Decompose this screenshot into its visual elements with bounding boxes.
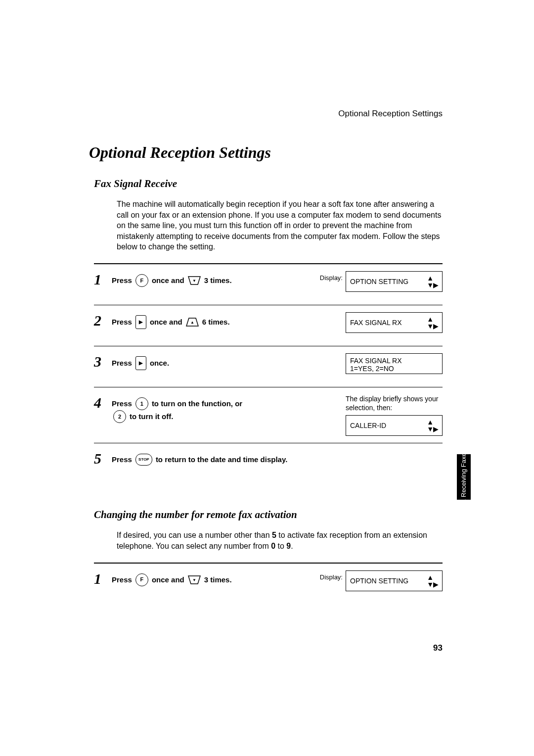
lcd-display: OPTION SETTING ▲▼▶ (346, 570, 443, 591)
chapter-tab: 5. Receiving Faxes (457, 454, 471, 500)
section-heading-remote-activation: Changing the number for remote fax activ… (94, 509, 443, 521)
lcd-display: CALLER-ID ▲▼▶ (346, 415, 443, 436)
step-text: Press (112, 573, 132, 586)
step-text: 3 times. (204, 573, 232, 586)
step-number: 2 (94, 312, 112, 328)
nav-arrows-icon: ▲▼▶ (427, 316, 438, 330)
steps-section-1: 1 Press F once and ▼ 3 times. Display: (94, 263, 443, 484)
up-key-icon: ▲ (186, 318, 199, 327)
section-heading-fax-signal: Fax Signal Receive (94, 178, 443, 190)
lcd-text: CALLER-ID (350, 422, 386, 429)
step-row: 4 Press 1 to turn on the function, or 2 … (94, 387, 443, 443)
svg-text:▲: ▲ (190, 320, 194, 325)
page-title: Optional Reception Settings (89, 143, 443, 162)
down-key-icon: ▼ (188, 575, 201, 584)
nav-arrows-icon: ▲▼▶ (427, 275, 438, 288)
down-key-icon: ▼ (188, 276, 201, 285)
lcd-display: FAX SIGNAL RX 1=YES, 2=NO (346, 353, 443, 374)
step-row: 5 Press STOP to return to the date and t… (94, 443, 443, 484)
step-row: 2 Press ▶ once and ▲ 6 times. FAX SIGNAL… (94, 305, 443, 346)
step-text: to return to the date and time display. (156, 453, 287, 466)
nav-arrows-icon: ▲▼▶ (427, 419, 438, 432)
step-text: 3 times. (204, 274, 232, 287)
section2-body: If desired, you can use a number other t… (117, 530, 443, 551)
step-text: once and (152, 274, 184, 287)
section1-body: The machine will automatically begin rec… (117, 199, 443, 252)
step-row: 1 Press F once and ▼ 3 times. Display: (94, 264, 443, 305)
step-text: Press (112, 397, 132, 410)
lcd-display: FAX SIGNAL RX ▲▼▶ (346, 312, 443, 333)
two-key-icon: 2 (113, 410, 126, 423)
step-number: 1 (94, 271, 112, 287)
lcd-text: FAX SIGNAL RX (350, 357, 402, 365)
one-key-icon: 1 (135, 397, 148, 410)
f-button-icon: F (135, 573, 148, 586)
display-label: Display: (320, 274, 343, 282)
step-text: Press (112, 316, 132, 329)
step-text: Press (112, 357, 132, 370)
step-text: Press (112, 453, 132, 466)
step-text: once. (150, 357, 169, 370)
step-number: 4 (94, 394, 112, 410)
step-row: 3 Press ▶ once. FAX SIGNAL RX 1=YES, 2=N… (94, 346, 443, 387)
right-key-icon: ▶ (135, 315, 146, 329)
step-text: once and (152, 573, 184, 586)
lcd-text: OPTION SETTING (350, 577, 408, 585)
f-button-icon: F (135, 274, 148, 287)
display-label: Display: (320, 573, 343, 581)
running-header: Optional Reception Settings (89, 109, 443, 119)
step-text: Press (112, 274, 132, 287)
lcd-display: OPTION SETTING ▲▼▶ (346, 271, 443, 292)
lcd-text: OPTION SETTING (350, 278, 408, 285)
svg-text:▼: ▼ (192, 578, 196, 582)
lcd-text: 1=YES, 2=NO (350, 365, 394, 373)
display-note: The display briefly shows your selection… (346, 394, 443, 412)
step-text: once and (150, 316, 182, 329)
right-key-icon: ▶ (135, 356, 146, 370)
step-number: 1 (94, 570, 112, 586)
nav-arrows-icon: ▲▼▶ (427, 574, 438, 588)
stop-key-icon: STOP (135, 454, 152, 466)
step-number: 5 (94, 450, 112, 466)
svg-text:▼: ▼ (192, 279, 196, 283)
steps-section-2: 1 Press F once and ▼ 3 times. Display: (94, 563, 443, 604)
step-text: 6 times. (202, 316, 230, 329)
step-row: 1 Press F once and ▼ 3 times. Display: (94, 564, 443, 604)
page-number: 93 (433, 643, 443, 653)
step-text: to turn it off. (130, 410, 173, 423)
step-number: 3 (94, 353, 112, 369)
lcd-text: FAX SIGNAL RX (350, 319, 402, 327)
step-text: to turn on the function, or (152, 397, 242, 410)
